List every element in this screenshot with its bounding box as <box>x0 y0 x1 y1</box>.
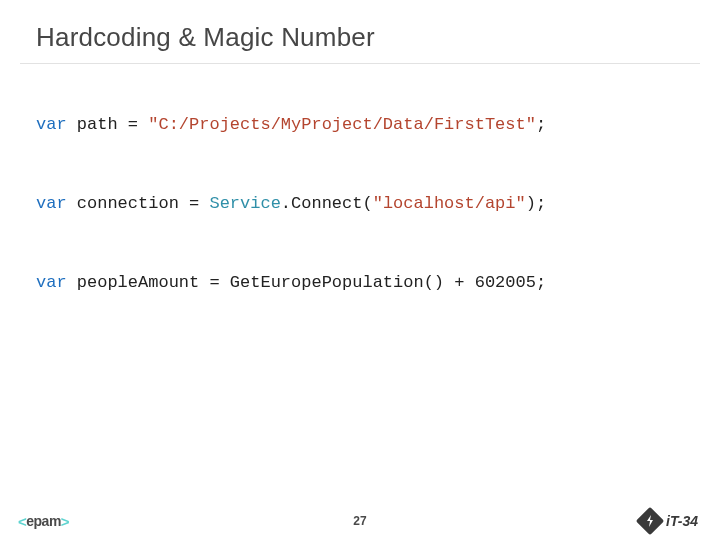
code-text: ); <box>526 194 546 213</box>
keyword: var <box>36 273 67 292</box>
bolt-icon <box>636 507 664 535</box>
code-line-1: var path = "C:/Projects/MyProject/Data/F… <box>36 114 684 137</box>
code-line-2: var connection = Service.Connect("localh… <box>36 193 684 216</box>
footer-left: < epam > <box>18 513 69 530</box>
keyword: var <box>36 115 67 134</box>
code-text: connection = <box>67 194 210 213</box>
it34-label: iT-34 <box>666 513 698 529</box>
keyword: var <box>36 194 67 213</box>
slide-footer: < epam > 27 iT-34 <box>0 502 720 540</box>
code-text: peopleAmount = GetEuropePopulation() + 6… <box>67 273 546 292</box>
code-text: path = <box>67 115 149 134</box>
code-line-3: var peopleAmount = GetEuropePopulation()… <box>36 272 684 295</box>
footer-right: iT-34 <box>640 511 698 531</box>
slide: Hardcoding & Magic Number var path = "C:… <box>0 0 720 540</box>
page-number: 27 <box>353 514 366 528</box>
slide-title: Hardcoding & Magic Number <box>36 22 684 53</box>
bracket-right-icon: > <box>61 513 69 530</box>
string-literal: "C:/Projects/MyProject/Data/FirstTest" <box>148 115 536 134</box>
string-literal: "localhost/api" <box>373 194 526 213</box>
slide-body: var path = "C:/Projects/MyProject/Data/F… <box>0 64 720 502</box>
epam-logo: < epam > <box>18 513 69 530</box>
brand-text: epam <box>26 513 61 529</box>
slide-header: Hardcoding & Magic Number <box>0 0 720 63</box>
code-text: ; <box>536 115 546 134</box>
code-text: .Connect( <box>281 194 373 213</box>
bracket-left-icon: < <box>18 513 26 530</box>
class-name: Service <box>209 194 280 213</box>
